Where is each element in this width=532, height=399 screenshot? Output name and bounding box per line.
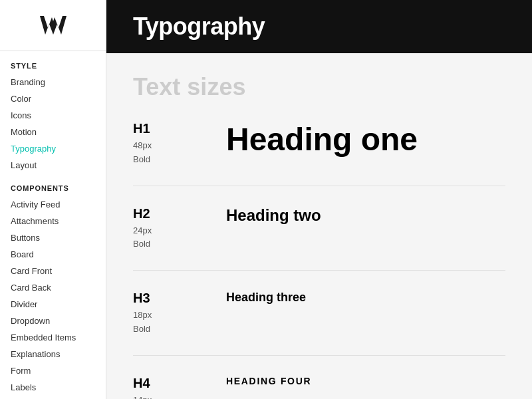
sidebar-item-icons[interactable]: Icons xyxy=(0,107,106,124)
main-header: Typography xyxy=(106,0,532,53)
sidebar-item-divider[interactable]: Divider xyxy=(0,296,106,313)
sidebar: STYLE Branding Color Icons Motion Typogr… xyxy=(0,0,106,399)
section-title: Text sizes xyxy=(133,73,505,101)
type-label-h4: H4 xyxy=(133,376,226,391)
h4-preview-text: HEADING FOUR xyxy=(226,376,311,386)
type-row-h4: H4 14px Bold 2px letter spacing HEADING … xyxy=(133,376,505,399)
sidebar-item-labels[interactable]: Labels xyxy=(0,379,106,396)
type-meta-h3: H3 18px Bold xyxy=(133,291,226,336)
sidebar-item-motion[interactable]: Motion xyxy=(0,124,106,140)
type-preview-h4: HEADING FOUR xyxy=(226,376,505,386)
logo xyxy=(0,0,106,51)
sidebar-item-embedded-items[interactable]: Embedded Items xyxy=(0,329,106,346)
style-section-label: STYLE xyxy=(0,51,106,74)
components-section-label: COMPONENTS xyxy=(0,174,106,196)
type-row-h3: H3 18px Bold Heading three xyxy=(133,291,505,356)
type-weight-h1: Bold xyxy=(133,153,226,167)
type-weight-h2: Bold xyxy=(133,237,226,251)
type-size-h2: 24px xyxy=(133,224,226,238)
type-row-h1: H1 48px Bold Heading one xyxy=(133,121,505,186)
sidebar-item-layout[interactable]: Layout xyxy=(0,157,106,174)
type-label-h2: H2 xyxy=(133,206,226,221)
sidebar-item-card-back[interactable]: Card Back xyxy=(0,279,106,296)
type-preview-h1: Heading one xyxy=(226,121,505,158)
sidebar-item-typography[interactable]: Typography xyxy=(0,140,106,157)
page-title: Typography xyxy=(133,13,265,41)
sidebar-item-buttons[interactable]: Buttons xyxy=(0,229,106,246)
sidebar-item-branding[interactable]: Branding xyxy=(0,74,106,90)
type-size-h3: 18px xyxy=(133,309,226,323)
sidebar-item-board[interactable]: Board xyxy=(0,246,106,263)
type-size-h4: 14px xyxy=(133,394,226,399)
h1-preview-text: Heading one xyxy=(226,121,418,158)
main-area: Typography Text sizes H1 48px Bold Headi… xyxy=(106,0,532,399)
type-label-h1: H1 xyxy=(133,121,226,136)
type-weight-h3: Bold xyxy=(133,323,226,336)
type-preview-h2: Heading two xyxy=(226,206,505,225)
main-content: Text sizes H1 48px Bold Heading one H2 2… xyxy=(106,53,532,399)
type-label-h3: H3 xyxy=(133,291,226,306)
sidebar-item-links[interactable]: Links xyxy=(0,396,106,399)
sidebar-item-attachments[interactable]: Attachments xyxy=(0,213,106,229)
sidebar-item-explanations[interactable]: Explanations xyxy=(0,346,106,362)
type-preview-h3: Heading three xyxy=(226,291,505,305)
sidebar-item-activity-feed[interactable]: Activity Feed xyxy=(0,196,106,213)
h2-preview-text: Heading two xyxy=(226,206,321,225)
h3-preview-text: Heading three xyxy=(226,291,306,305)
type-meta-h4: H4 14px Bold 2px letter spacing xyxy=(133,376,226,399)
type-size-h1: 48px xyxy=(133,139,226,153)
type-meta-h1: H1 48px Bold xyxy=(133,121,226,167)
sidebar-item-card-front[interactable]: Card Front xyxy=(0,263,106,279)
sidebar-item-form[interactable]: Form xyxy=(0,362,106,379)
sidebar-item-dropdown[interactable]: Dropdown xyxy=(0,313,106,329)
type-row-h2: H2 24px Bold Heading two xyxy=(133,206,505,271)
type-meta-h2: H2 24px Bold xyxy=(133,206,226,252)
w-logo-icon xyxy=(40,12,66,39)
sidebar-item-color[interactable]: Color xyxy=(0,90,106,107)
